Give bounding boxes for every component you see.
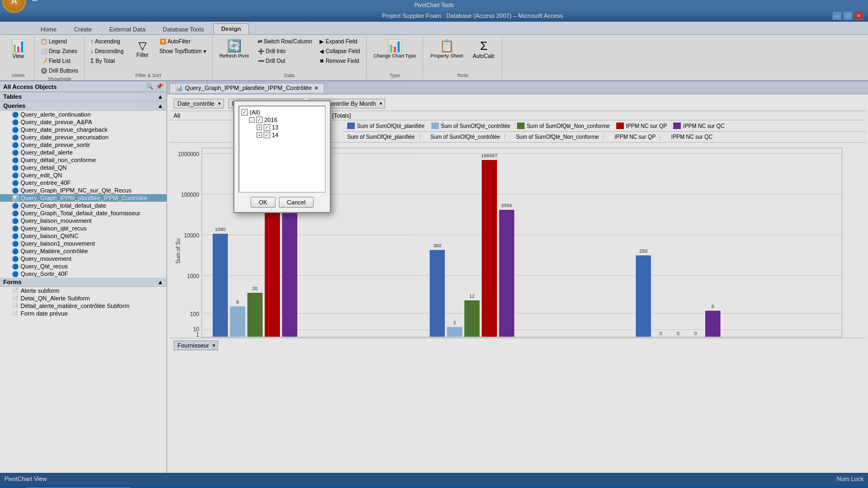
tree-item-14[interactable]: + ✓ 14	[241, 131, 323, 139]
dialog-overlay: ✓ (All) - ✓ 2016 + ✓ 13 + ✓ 14 OK	[0, 0, 868, 488]
dialog-tree[interactable]: ✓ (All) - ✓ 2016 + ✓ 13 + ✓ 14	[239, 106, 326, 192]
expand-14[interactable]: +	[257, 132, 262, 138]
tree-item-all[interactable]: ✓ (All)	[241, 108, 323, 116]
checkbox-14[interactable]: ✓	[264, 132, 270, 138]
filter-dialog: ✓ (All) - ✓ 2016 + ✓ 13 + ✓ 14 OK	[233, 100, 331, 213]
checkbox-13[interactable]: ✓	[264, 124, 270, 131]
expand-13[interactable]: +	[257, 125, 262, 130]
dialog-buttons: OK Cancel	[239, 197, 326, 208]
tree-item-13[interactable]: + ✓ 13	[241, 124, 323, 131]
tree-item-2016[interactable]: - ✓ 2016	[241, 116, 323, 124]
dialog-cancel-button[interactable]: Cancel	[279, 197, 314, 208]
checkbox-all[interactable]: ✓	[241, 109, 248, 115]
checkbox-2016[interactable]: ✓	[256, 117, 263, 123]
dialog-ok-button[interactable]: OK	[251, 197, 276, 208]
expand-2016[interactable]: -	[249, 117, 254, 123]
